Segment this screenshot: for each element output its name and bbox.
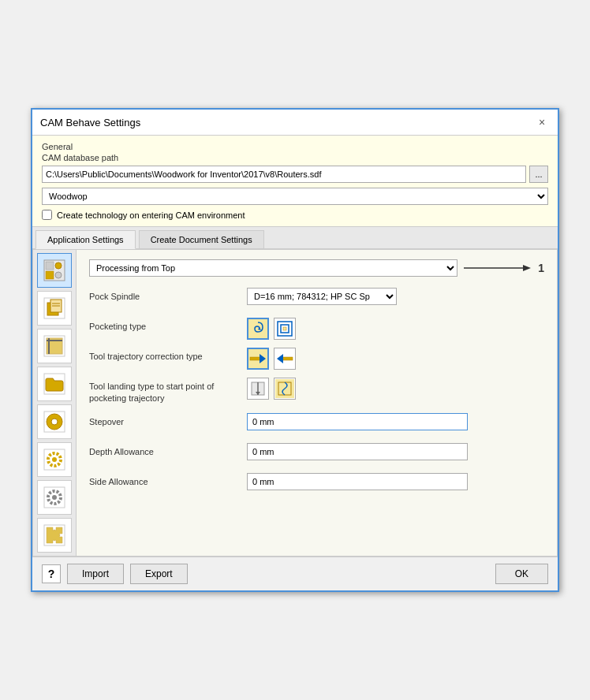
dialog-title: CAM Behave Settings bbox=[40, 117, 140, 128]
folder-icon bbox=[43, 372, 66, 396]
land-helix-button[interactable] bbox=[274, 378, 296, 400]
pocketing-spiral-button[interactable] bbox=[247, 318, 269, 340]
land-vertical-icon bbox=[248, 379, 267, 398]
svg-point-17 bbox=[51, 419, 58, 425]
puzzle-icon bbox=[43, 523, 66, 547]
stepover-control bbox=[247, 413, 468, 430]
tool-landing-label: Tool landing type to start point of pock… bbox=[89, 378, 247, 405]
arrow-line-svg bbox=[464, 260, 535, 276]
svg-rect-36 bbox=[282, 357, 293, 360]
sidebar bbox=[33, 250, 77, 556]
sidebar-icon-puzzle[interactable] bbox=[37, 518, 72, 553]
tool-traj-label: Tool trajectory correction type bbox=[89, 348, 247, 363]
gear-icon bbox=[43, 448, 66, 471]
cog2-icon bbox=[43, 486, 66, 509]
tool-landing-control bbox=[247, 378, 296, 400]
stepover-input[interactable] bbox=[247, 413, 468, 430]
close-button[interactable]: × bbox=[534, 114, 550, 130]
cut-icon bbox=[43, 334, 66, 358]
side-allowance-row: Side Allowance bbox=[89, 473, 544, 495]
pocketing-type-control bbox=[247, 318, 296, 340]
sidebar-icon-settings[interactable] bbox=[37, 253, 72, 288]
create-technology-label: Create technology on entering CAM enviro… bbox=[57, 210, 245, 220]
create-technology-checkbox[interactable] bbox=[42, 210, 52, 220]
svg-point-20 bbox=[52, 457, 57, 462]
processing-row: Processing from TopProcessing from Botto… bbox=[89, 259, 544, 277]
contour-icon bbox=[275, 319, 294, 338]
general-section: General CAM database path ... Woodwop Cr… bbox=[32, 136, 558, 227]
copy-icon bbox=[43, 296, 66, 320]
stepover-row: Stepover bbox=[89, 413, 544, 435]
pock-spindle-label: Pock Spindle bbox=[89, 288, 247, 303]
depth-allowance-label: Depth Allowance bbox=[89, 443, 247, 458]
sidebar-icon-folder[interactable] bbox=[37, 367, 72, 401]
tool-traj-control bbox=[247, 348, 296, 370]
db-path-row: ... bbox=[42, 166, 548, 183]
tabs-bar: Application Settings Create Document Set… bbox=[32, 227, 558, 249]
pock-spindle-row: Pock Spindle D=16 mm; 784312; HP SC Sp bbox=[89, 288, 544, 310]
svg-rect-3 bbox=[46, 271, 54, 279]
cam-behave-settings-dialog: CAM Behave Settings × General CAM databa… bbox=[31, 108, 559, 592]
sidebar-icon-cut[interactable] bbox=[37, 329, 72, 363]
main-content: Processing from TopProcessing from Botto… bbox=[32, 249, 558, 557]
browse-button[interactable]: ... bbox=[529, 166, 548, 183]
side-allowance-input[interactable] bbox=[247, 473, 468, 490]
land-vertical-button[interactable] bbox=[247, 378, 269, 400]
general-label: General bbox=[42, 142, 548, 151]
spindle-dropdown[interactable]: D=16 mm; 784312; HP SC Sp bbox=[247, 288, 397, 305]
sidebar-icon-cog2[interactable] bbox=[37, 480, 72, 515]
traj-left-button[interactable] bbox=[247, 348, 269, 370]
export-button[interactable]: Export bbox=[130, 564, 188, 584]
tab-application-settings[interactable]: Application Settings bbox=[35, 230, 136, 249]
spiral-icon bbox=[248, 319, 267, 338]
import-button[interactable]: Import bbox=[67, 564, 124, 584]
sidebar-icon-copy[interactable] bbox=[37, 291, 72, 326]
title-bar: CAM Behave Settings × bbox=[32, 110, 558, 136]
pock-spindle-control: D=16 mm; 784312; HP SC Sp bbox=[247, 288, 397, 305]
land-helix-icon bbox=[275, 379, 294, 398]
woodwop-dropdown[interactable]: Woodwop bbox=[42, 188, 548, 205]
processing-dropdown[interactable]: Processing from TopProcessing from Botto… bbox=[89, 259, 457, 277]
content-area: Processing from TopProcessing from Botto… bbox=[77, 250, 557, 556]
side-allowance-label: Side Allowance bbox=[89, 473, 247, 488]
depth-allowance-control bbox=[247, 443, 468, 460]
traj-right-icon bbox=[275, 349, 294, 368]
pocketing-type-row: Pocketing type bbox=[89, 318, 544, 340]
pocketing-contour-button[interactable] bbox=[274, 318, 296, 340]
side-allowance-control bbox=[247, 473, 468, 490]
sidebar-icon-gear[interactable] bbox=[37, 442, 72, 477]
sidebar-icon-roll[interactable] bbox=[37, 404, 72, 439]
roll-icon bbox=[43, 410, 66, 434]
stepover-label: Stepover bbox=[89, 413, 247, 428]
settings-icon bbox=[43, 259, 66, 282]
arrow-number: 1 bbox=[538, 262, 544, 274]
svg-rect-32 bbox=[283, 327, 286, 330]
svg-point-4 bbox=[55, 272, 62, 278]
ok-button[interactable]: OK bbox=[495, 564, 548, 584]
traj-right-button[interactable] bbox=[274, 348, 296, 370]
create-technology-row: Create technology on entering CAM enviro… bbox=[42, 210, 548, 220]
svg-rect-1 bbox=[46, 262, 54, 270]
db-path-label: CAM database path bbox=[42, 153, 548, 162]
tool-traj-row: Tool trajectory correction type bbox=[89, 348, 544, 370]
svg-point-23 bbox=[52, 495, 57, 500]
svg-rect-34 bbox=[250, 357, 261, 360]
footer: ? Import Export OK bbox=[32, 557, 558, 590]
db-path-input[interactable] bbox=[42, 166, 526, 183]
depth-allowance-input[interactable] bbox=[247, 443, 468, 460]
help-button[interactable]: ? bbox=[42, 564, 61, 583]
traj-left-icon bbox=[248, 349, 267, 368]
svg-marker-26 bbox=[523, 265, 531, 271]
depth-allowance-row: Depth Allowance bbox=[89, 443, 544, 465]
tab-create-document-settings[interactable]: Create Document Settings bbox=[139, 230, 264, 248]
svg-point-2 bbox=[55, 262, 62, 269]
tool-landing-row: Tool landing type to start point of pock… bbox=[89, 378, 544, 405]
arrow-label: 1 bbox=[464, 260, 544, 276]
pocketing-type-label: Pocketing type bbox=[89, 318, 247, 333]
